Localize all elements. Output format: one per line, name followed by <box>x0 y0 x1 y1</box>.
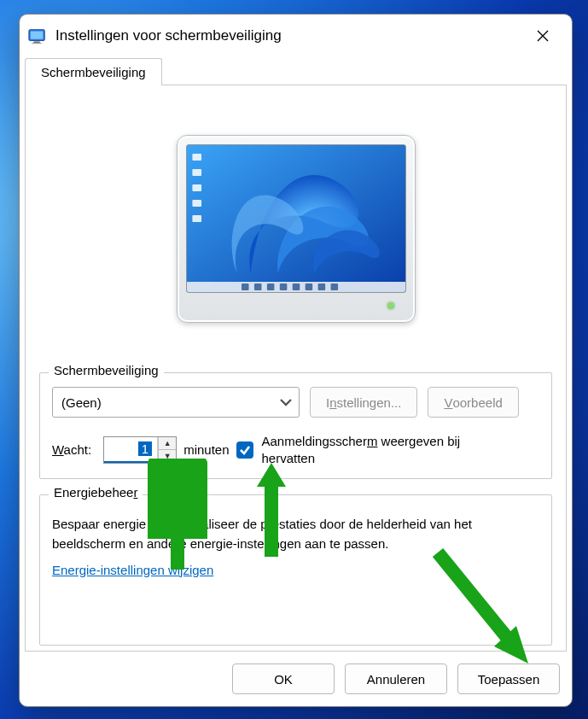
svg-rect-3 <box>32 43 42 44</box>
svg-rect-12 <box>253 284 261 290</box>
chevron-down-icon <box>278 395 294 410</box>
svg-rect-7 <box>192 184 201 191</box>
spinner-down-button[interactable]: ▼ <box>159 450 176 463</box>
svg-rect-1 <box>31 32 44 39</box>
dialog-button-row: OK Annuleren Toepassen <box>20 652 572 706</box>
group-energy: Energiebeheer Bespaar energie of maximal… <box>39 494 552 646</box>
screensaver-dropdown[interactable]: (Geen) <box>52 387 300 418</box>
preview-button[interactable]: Voorbeeld <box>428 387 518 418</box>
group-screensaver-legend: Schermbeveiliging <box>49 363 164 377</box>
svg-rect-14 <box>279 284 287 290</box>
wait-value: 1 <box>138 441 152 456</box>
control-panel-icon <box>28 27 47 44</box>
settings-button-rest: stellingen... <box>337 395 402 410</box>
apply-button[interactable]: Toepassen <box>457 663 560 694</box>
svg-rect-5 <box>192 154 201 161</box>
cancel-button[interactable]: Annuleren <box>345 663 447 694</box>
svg-rect-13 <box>266 284 274 290</box>
svg-rect-11 <box>242 284 249 290</box>
dropdown-value: (Geen) <box>61 395 102 410</box>
settings-button-u: n <box>329 395 336 410</box>
screensaver-preview <box>39 101 552 357</box>
svg-rect-6 <box>192 169 201 176</box>
svg-rect-17 <box>317 284 325 290</box>
wait-spinner[interactable]: 1 ▲ ▼ <box>103 436 177 464</box>
svg-rect-9 <box>192 215 201 222</box>
monitor-screen <box>186 144 406 293</box>
spinner-up-button[interactable]: ▲ <box>159 437 176 451</box>
resume-logon-label: Aanmeldingsscherm weergeven bij hervatte… <box>262 433 461 466</box>
svg-rect-15 <box>292 284 300 290</box>
monitor-chin <box>186 293 406 319</box>
svg-rect-18 <box>330 284 338 290</box>
svg-rect-16 <box>305 284 312 290</box>
svg-rect-8 <box>192 200 201 207</box>
wait-value-field[interactable]: 1 <box>104 437 158 463</box>
monitor-graphic <box>177 135 416 323</box>
tab-screensaver[interactable]: Schermbeveiliging <box>25 58 162 85</box>
svg-rect-2 <box>33 41 39 42</box>
tab-panel: Schermbeveiliging (Geen) Instellingen...… <box>25 85 567 652</box>
power-led-icon <box>387 302 394 309</box>
titlebar: Instellingen voor schermbeveiliging <box>20 15 572 57</box>
preview-button-u: V <box>444 395 452 410</box>
minutes-label: minuten <box>183 442 229 457</box>
energy-description: Bespaar energie of maximaliseer de prest… <box>52 514 539 554</box>
ok-button[interactable]: OK <box>232 663 335 694</box>
settings-button[interactable]: Instellingen... <box>310 387 417 418</box>
tabstrip: Schermbeveiliging <box>20 57 572 85</box>
group-screensaver: Schermbeveiliging (Geen) Instellingen...… <box>39 372 552 479</box>
screensaver-settings-dialog: Instellingen voor schermbeveiliging Sche… <box>19 14 573 707</box>
close-button[interactable] <box>524 23 562 49</box>
preview-button-rest: oorbeeld <box>452 395 502 410</box>
energy-settings-link[interactable]: Energie-instellingen wijzigen <box>52 563 213 577</box>
group-energy-legend: Energiebeheer <box>49 485 143 500</box>
window-title: Instellingen voor schermbeveiliging <box>55 27 524 44</box>
resume-logon-checkbox[interactable] <box>236 441 253 459</box>
wait-label: Wacht: <box>52 442 91 457</box>
